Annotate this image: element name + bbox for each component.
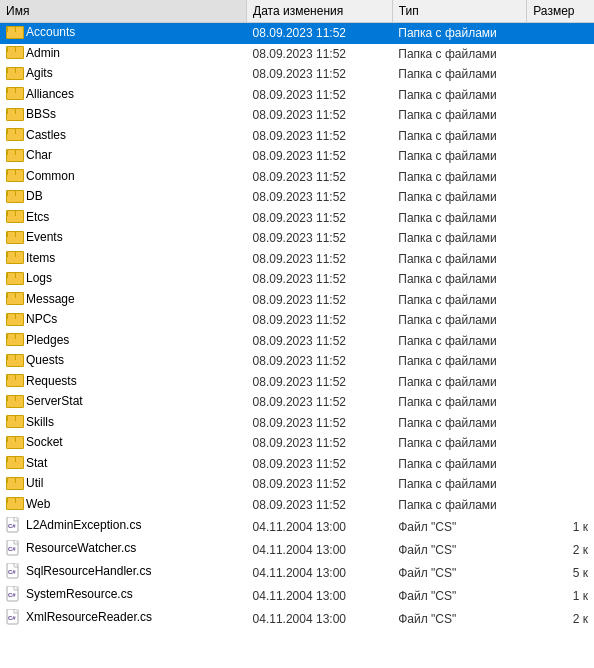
item-name-label: SqlResourceHandler.cs — [26, 564, 151, 578]
file-date-cell: 08.09.2023 11:52 — [247, 85, 393, 106]
file-size-cell — [527, 372, 594, 393]
col-header-name[interactable]: Имя — [0, 0, 247, 23]
col-header-size[interactable]: Размер — [527, 0, 594, 23]
col-header-type[interactable]: Тип — [392, 0, 526, 23]
file-date-cell: 08.09.2023 11:52 — [247, 310, 393, 331]
file-name-cell: Events — [0, 228, 247, 249]
table-row[interactable]: Accounts08.09.2023 11:52Папка с файлами — [0, 23, 594, 44]
table-row[interactable]: DB08.09.2023 11:52Папка с файлами — [0, 187, 594, 208]
item-name-label: Alliances — [26, 87, 74, 101]
item-name-label: Stat — [26, 456, 47, 470]
file-name-cell: Agits — [0, 64, 247, 85]
file-size-cell — [527, 249, 594, 270]
item-name-label: ResourceWatcher.cs — [26, 541, 136, 555]
file-name-cell: Items — [0, 249, 247, 270]
table-row[interactable]: ServerStat08.09.2023 11:52Папка с файлам… — [0, 392, 594, 413]
item-name-label: Accounts — [26, 25, 75, 39]
file-name-cell: C#L2AdminException.cs — [0, 515, 247, 538]
table-row[interactable]: Common08.09.2023 11:52Папка с файлами — [0, 167, 594, 188]
file-size-cell — [527, 433, 594, 454]
file-type-cell: Папка с файлами — [392, 331, 526, 352]
file-name-cell: Web — [0, 495, 247, 516]
table-row[interactable]: Web08.09.2023 11:52Папка с файлами — [0, 495, 594, 516]
file-type-cell: Папка с файлами — [392, 105, 526, 126]
file-size-cell — [527, 105, 594, 126]
item-name-label: Common — [26, 169, 75, 183]
item-name-label: L2AdminException.cs — [26, 518, 141, 532]
table-row[interactable]: NPCs08.09.2023 11:52Папка с файлами — [0, 310, 594, 331]
cs-file-icon: C# — [6, 540, 22, 556]
file-name-cell: Requests — [0, 372, 247, 393]
file-name-cell: Quests — [0, 351, 247, 372]
table-row[interactable]: Castles08.09.2023 11:52Папка с файлами — [0, 126, 594, 147]
item-name-label: Events — [26, 230, 63, 244]
table-row[interactable]: C#ResourceWatcher.cs04.11.2004 13:00Файл… — [0, 538, 594, 561]
table-row[interactable]: C#SystemResource.cs04.11.2004 13:00Файл … — [0, 584, 594, 607]
file-type-cell: Файл "CS" — [392, 515, 526, 538]
svg-text:C#: C# — [8, 546, 16, 552]
file-type-cell: Папка с файлами — [392, 167, 526, 188]
file-size-cell — [527, 187, 594, 208]
svg-text:C#: C# — [8, 523, 16, 529]
item-name-label: Util — [26, 476, 43, 490]
file-size-cell — [527, 331, 594, 352]
file-type-cell: Папка с файлами — [392, 249, 526, 270]
file-date-cell: 08.09.2023 11:52 — [247, 474, 393, 495]
svg-text:C#: C# — [8, 615, 16, 621]
table-row[interactable]: Message08.09.2023 11:52Папка с файлами — [0, 290, 594, 311]
col-header-date[interactable]: Дата изменения — [247, 0, 393, 23]
table-row[interactable]: Agits08.09.2023 11:52Папка с файлами — [0, 64, 594, 85]
table-row[interactable]: Alliances08.09.2023 11:52Папка с файлами — [0, 85, 594, 106]
folder-icon — [6, 497, 22, 510]
file-date-cell: 08.09.2023 11:52 — [247, 454, 393, 475]
file-size-cell — [527, 126, 594, 147]
file-date-cell: 08.09.2023 11:52 — [247, 44, 393, 65]
file-name-cell: C#SystemResource.cs — [0, 584, 247, 607]
table-row[interactable]: Char08.09.2023 11:52Папка с файлами — [0, 146, 594, 167]
file-name-cell: C#ResourceWatcher.cs — [0, 538, 247, 561]
file-type-cell: Папка с файлами — [392, 85, 526, 106]
table-row[interactable]: Admin08.09.2023 11:52Папка с файлами — [0, 44, 594, 65]
folder-icon — [6, 108, 22, 121]
table-row[interactable]: Skills08.09.2023 11:52Папка с файлами — [0, 413, 594, 434]
item-name-label: DB — [26, 189, 43, 203]
table-row[interactable]: Etcs08.09.2023 11:52Папка с файлами — [0, 208, 594, 229]
item-name-label: Logs — [26, 271, 52, 285]
table-row[interactable]: C#XmlResourceReader.cs04.11.2004 13:00Фа… — [0, 607, 594, 630]
svg-text:C#: C# — [8, 569, 16, 575]
folder-icon — [6, 26, 22, 39]
file-date-cell: 08.09.2023 11:52 — [247, 64, 393, 85]
cs-file-icon: C# — [6, 586, 22, 602]
file-date-cell: 08.09.2023 11:52 — [247, 413, 393, 434]
table-row[interactable]: Pledges08.09.2023 11:52Папка с файлами — [0, 331, 594, 352]
table-row[interactable]: C#SqlResourceHandler.cs04.11.2004 13:00Ф… — [0, 561, 594, 584]
table-row[interactable]: Stat08.09.2023 11:52Папка с файлами — [0, 454, 594, 475]
table-row[interactable]: Quests08.09.2023 11:52Папка с файлами — [0, 351, 594, 372]
table-row[interactable]: Events08.09.2023 11:52Папка с файлами — [0, 228, 594, 249]
file-size-cell — [527, 454, 594, 475]
file-size-cell — [527, 310, 594, 331]
table-row[interactable]: Logs08.09.2023 11:52Папка с файлами — [0, 269, 594, 290]
file-name-cell: Skills — [0, 413, 247, 434]
table-row[interactable]: Util08.09.2023 11:52Папка с файлами — [0, 474, 594, 495]
table-row[interactable]: Requests08.09.2023 11:52Папка с файлами — [0, 372, 594, 393]
table-row[interactable]: Socket08.09.2023 11:52Папка с файлами — [0, 433, 594, 454]
item-name-label: Requests — [26, 374, 77, 388]
file-date-cell: 04.11.2004 13:00 — [247, 561, 393, 584]
item-name-label: Items — [26, 251, 55, 265]
item-name-label: Quests — [26, 353, 64, 367]
file-date-cell: 08.09.2023 11:52 — [247, 126, 393, 147]
table-row[interactable]: BBSs08.09.2023 11:52Папка с файлами — [0, 105, 594, 126]
file-date-cell: 08.09.2023 11:52 — [247, 105, 393, 126]
folder-icon — [6, 333, 22, 346]
folder-icon — [6, 251, 22, 264]
file-size-cell: 2 к — [527, 607, 594, 630]
table-row[interactable]: C#L2AdminException.cs04.11.2004 13:00Фай… — [0, 515, 594, 538]
item-name-label: Skills — [26, 415, 54, 429]
file-size-cell — [527, 351, 594, 372]
folder-icon — [6, 169, 22, 182]
table-row[interactable]: Items08.09.2023 11:52Папка с файлами — [0, 249, 594, 270]
folder-icon — [6, 190, 22, 203]
item-name-label: Message — [26, 292, 75, 306]
file-size-cell — [527, 495, 594, 516]
